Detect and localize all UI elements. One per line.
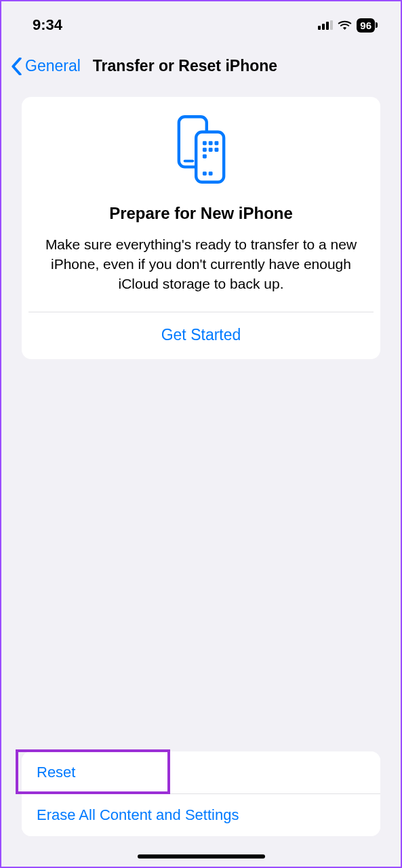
back-button[interactable]: General	[25, 57, 81, 75]
page-title: Transfer or Reset iPhone	[93, 57, 277, 75]
card-description: Make sure everything's ready to transfer…	[34, 235, 368, 294]
status-indicators: 96	[318, 18, 375, 33]
two-phones-icon	[175, 115, 228, 186]
svg-rect-9	[202, 154, 206, 159]
cellular-signal-icon	[318, 20, 333, 30]
prepare-card: Prepare for New iPhone Make sure everyth…	[22, 97, 380, 359]
actions-list: Reset Erase All Content and Settings	[22, 751, 380, 836]
status-bar: 9:34 96	[1, 1, 401, 42]
battery-level-icon: 96	[357, 18, 375, 33]
svg-rect-6	[202, 148, 206, 152]
erase-all-button[interactable]: Erase All Content and Settings	[22, 794, 380, 836]
svg-rect-8	[214, 148, 218, 152]
svg-rect-3	[202, 141, 206, 145]
home-indicator[interactable]	[138, 854, 265, 859]
back-chevron-icon[interactable]	[11, 58, 22, 75]
svg-rect-7	[208, 148, 212, 152]
navigation-bar: General Transfer or Reset iPhone	[1, 42, 401, 89]
svg-rect-11	[208, 171, 212, 175]
status-time: 9:34	[33, 16, 62, 34]
svg-rect-5	[214, 141, 218, 145]
svg-rect-4	[208, 141, 212, 145]
wifi-icon	[338, 20, 352, 30]
svg-rect-10	[202, 171, 206, 175]
reset-button[interactable]: Reset	[22, 751, 380, 793]
get-started-button[interactable]: Get Started	[22, 312, 380, 359]
card-title: Prepare for New iPhone	[34, 204, 368, 223]
